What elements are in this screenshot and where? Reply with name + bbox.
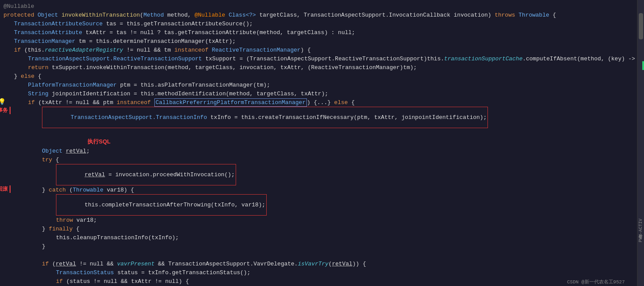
code-line-4: TransactionManager tm = this.determineTr… bbox=[0, 37, 637, 45]
annotation-rollback: 事务回滚 bbox=[0, 185, 10, 193]
nullable-decorator: @Nullable bbox=[3, 3, 34, 10]
kw-protected: protected bbox=[3, 12, 38, 18]
bottom-bar-text: CSDN @新一代农名工9527 bbox=[567, 279, 625, 285]
code-line-16: retVal = invocation.proceedWithInvocatio… bbox=[0, 164, 637, 185]
complete-after-throwing-highlight: this.completeTransactionAfterThrowing(tx… bbox=[56, 194, 267, 216]
code-line-1: protected Object invokeWithinTransaction… bbox=[0, 10, 637, 19]
code-line-7: return txSupport.invokeWithinTransaction… bbox=[0, 63, 637, 72]
code-line-5: if (this.reactiveAdapterRegistry != null… bbox=[0, 45, 637, 54]
execute-sql-annotation-line: 执行SQL bbox=[0, 137, 637, 146]
code-line-3: TransactionAttribute txAttr = tas != nul… bbox=[0, 28, 637, 37]
code-line-19: throw var18; bbox=[0, 216, 637, 224]
code-line-21: this.cleanupTransactionInfo(txInfo); bbox=[0, 233, 637, 242]
callback-preferring-highlight: CallbackPreferringPlatformTransactionMan… bbox=[154, 98, 307, 107]
code-area[interactable]: @Nullable protected Object invokeWithinT… bbox=[0, 0, 637, 286]
kw-object: Object bbox=[38, 12, 62, 18]
code-line-20: } finally { bbox=[0, 224, 637, 233]
code-line-25: TransactionStatus status = txInfo.getTra… bbox=[0, 268, 637, 277]
code-line-12: 开启事务 TransactionAspectSupport.Transactio… bbox=[0, 107, 637, 128]
code-line-6: TransactionAspectSupport.ReactiveTransac… bbox=[0, 54, 637, 63]
method-name: invokeWithinTransaction bbox=[62, 12, 140, 18]
create-transaction-highlight: TransactionAspectSupport.TransactionInfo… bbox=[42, 107, 488, 128]
scrollbar-thumb[interactable] bbox=[639, 13, 643, 39]
proceed-invocation-highlight: retVal = invocation.proceedWithInvocatio… bbox=[56, 164, 236, 185]
code-line-26: if (status != null && txAttr != null) { bbox=[0, 277, 637, 286]
code-line-14: Object retVal; bbox=[0, 146, 637, 155]
right-sidebar[interactable]: 看PWN-ACTIV bbox=[637, 0, 644, 286]
code-line-15: try { bbox=[0, 155, 637, 164]
code-line-8: } else { bbox=[0, 72, 637, 80]
code-line-10: String joinpointIdentification = this.me… bbox=[0, 89, 637, 98]
nullable-line: @Nullable bbox=[0, 2, 637, 10]
code-line-24: if (retVal != null && vavrPresent && Tra… bbox=[0, 259, 637, 268]
code-line-empty-1 bbox=[0, 128, 637, 137]
scroll-indicator-green bbox=[642, 61, 644, 70]
main-container: @Nullable protected Object invokeWithinT… bbox=[0, 0, 644, 286]
annotation-open-transaction: 开启事务 bbox=[0, 107, 10, 114]
code-line-2: TransactionAttributeSource tas = this.ge… bbox=[0, 19, 637, 28]
bottom-bar: CSDN @新一代农名工9527 bbox=[564, 278, 628, 286]
code-line-17: 事务回滚 } catch (Throwable var18) { bbox=[0, 185, 637, 194]
code-line-11: 💡 if (txAttr != null && ptm instanceof C… bbox=[0, 98, 637, 107]
side-label: 看PWN-ACTIV bbox=[638, 219, 644, 242]
code-line-22: } bbox=[0, 242, 637, 251]
annotation-execute-sql: 执行SQL bbox=[87, 138, 111, 146]
lightbulb-icon: 💡 bbox=[0, 98, 6, 105]
code-line-18: this.completeTransactionAfterThrowing(tx… bbox=[0, 194, 637, 216]
code-line-9: PlatformTransactionManager ptm = this.as… bbox=[0, 80, 637, 89]
code-line-empty-2 bbox=[0, 251, 637, 259]
